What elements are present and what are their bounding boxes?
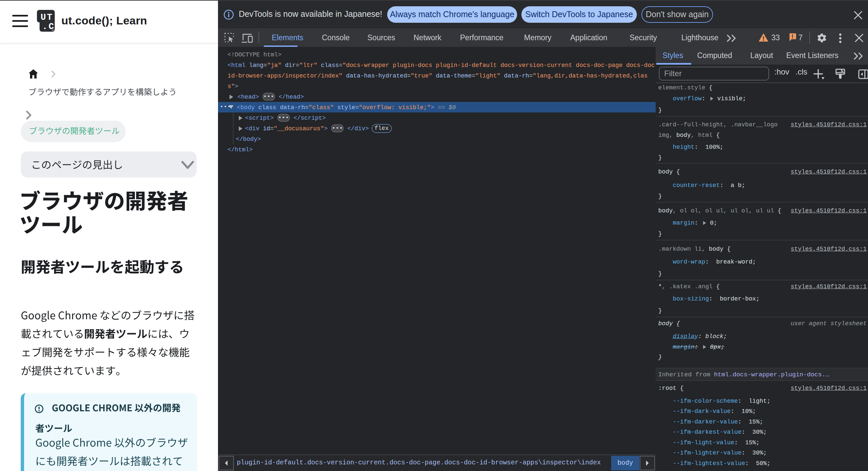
svg-text:↵: ↵ xyxy=(52,28,54,32)
svg-text:UT: UT xyxy=(40,12,53,23)
